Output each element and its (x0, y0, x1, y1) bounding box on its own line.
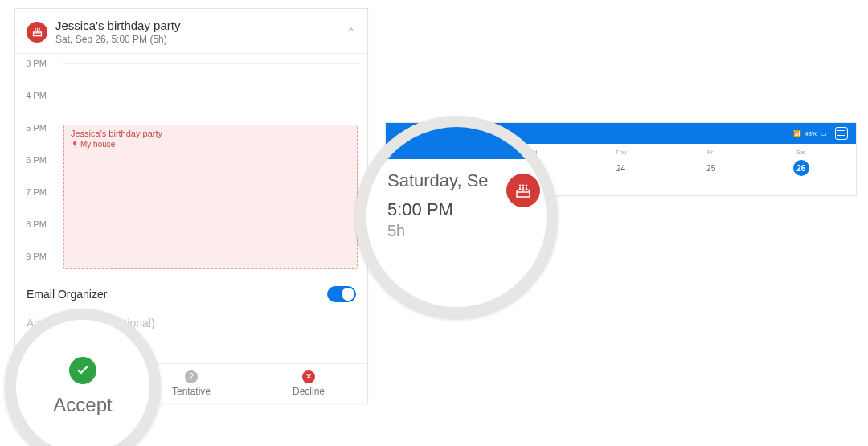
email-organizer-row: Email Organizer (15, 276, 367, 312)
callout-day-title: Saturday, Se (387, 170, 489, 191)
day-col[interactable]: Fri 25 (697, 149, 726, 181)
callout-saturday-event: Saturday, Se 5:00 PM 5h (355, 116, 558, 318)
svg-point-2 (39, 28, 39, 29)
status-bar: 📶 48% ▭ (793, 130, 827, 137)
email-organizer-label: Email Organizer (27, 288, 107, 301)
cake-icon (506, 174, 540, 207)
day-col[interactable]: Sat 26 (787, 149, 816, 181)
battery-percent: 48% (805, 130, 817, 137)
svg-point-1 (37, 28, 38, 29)
callout-time: 5:00 PM (387, 199, 489, 220)
svg-point-5 (526, 185, 526, 186)
schedule[interactable]: 3 PM 4 PM 5 PM 6 PM 7 PM 8 PM 9 PM Jessi… (15, 53, 367, 276)
svg-point-4 (522, 185, 523, 186)
email-organizer-toggle[interactable] (327, 286, 356, 302)
invite-title: Jessica's birthday party (55, 18, 180, 32)
rsvp-decline-button[interactable]: ✕ Decline (250, 364, 367, 403)
wifi-icon: 📶 (793, 130, 801, 137)
x-icon: ✕ (302, 370, 315, 383)
question-icon: ? (185, 370, 198, 383)
event-title: Jessica's birthday party (71, 129, 350, 138)
battery-icon: ▭ (821, 130, 827, 137)
svg-point-3 (519, 185, 520, 186)
chevron-up-icon[interactable]: ⌃ (346, 26, 356, 39)
callout-sat-body: Saturday, Se 5:00 PM 5h (366, 159, 547, 307)
invite-header[interactable]: Jessica's birthday party Sat, Sep 26, 5:… (15, 9, 367, 53)
svg-point-0 (35, 28, 35, 29)
check-icon (69, 357, 96, 384)
accept-label-zoom: Accept (53, 394, 112, 416)
day-col[interactable]: Thu 24 (606, 149, 635, 181)
hour-row: 4 PM (15, 91, 367, 123)
event-block[interactable]: Jessica's birthday party My house (63, 125, 358, 269)
invite-subtitle: Sat, Sep 26, 5:00 PM (5h) (55, 34, 180, 45)
cake-icon (27, 22, 47, 43)
agenda-icon[interactable] (835, 127, 848, 140)
callout-duration: 5h (387, 221, 489, 240)
event-location: My house (71, 140, 350, 149)
hour-row: 3 PM (15, 59, 367, 91)
